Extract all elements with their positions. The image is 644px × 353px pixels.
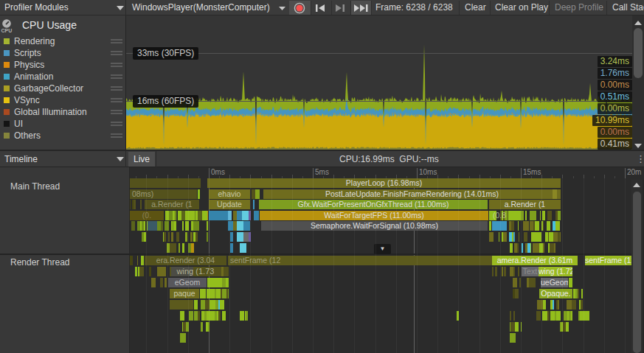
svg-text:CPU: CPU xyxy=(1,28,13,33)
